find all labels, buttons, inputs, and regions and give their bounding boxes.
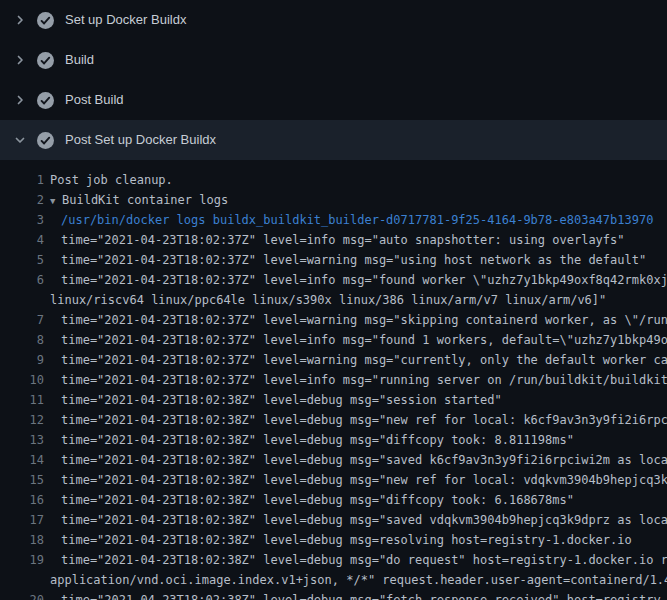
- line-number[interactable]: 5: [0, 250, 44, 270]
- step-label: Set up Docker Buildx: [65, 12, 186, 28]
- line-number[interactable]: 20: [0, 590, 44, 600]
- log-line: 4 time="2021-04-23T18:02:37Z" level=info…: [0, 230, 667, 250]
- line-number[interactable]: 3: [0, 210, 44, 230]
- chevron-down-icon: [12, 132, 28, 148]
- step-row[interactable]: Post Build: [0, 80, 667, 120]
- log-line-text: time="2021-04-23T18:02:38Z" level=debug …: [61, 550, 667, 570]
- log-line-text: time="2021-04-23T18:02:37Z" level=info m…: [61, 270, 667, 290]
- line-number[interactable]: 9: [0, 350, 44, 370]
- line-number[interactable]: 14: [0, 450, 44, 470]
- line-number[interactable]: 19: [0, 550, 44, 570]
- step-label: Post Set up Docker Buildx: [65, 132, 216, 148]
- log-line-text: time="2021-04-23T18:02:38Z" level=debug …: [61, 390, 502, 410]
- chevron-right-icon: [12, 92, 28, 108]
- log-line-text: time="2021-04-23T18:02:38Z" level=debug …: [61, 590, 667, 600]
- line-number[interactable]: 12: [0, 410, 44, 430]
- workflow-log-panel: Set up Docker Buildx Build Post Build: [0, 0, 667, 600]
- log-line: 11 time="2021-04-23T18:02:38Z" level=deb…: [0, 390, 667, 410]
- group-title[interactable]: BuildKit container logs: [62, 193, 228, 207]
- step-row[interactable]: Post Set up Docker Buildx: [0, 120, 667, 160]
- line-number[interactable]: 4: [0, 230, 44, 250]
- steps-list: Set up Docker Buildx Build Post Build: [0, 0, 667, 160]
- line-number[interactable]: 6: [0, 270, 44, 290]
- step-row[interactable]: Build: [0, 40, 667, 80]
- chevron-right-icon: [12, 52, 28, 68]
- line-number[interactable]: [0, 570, 44, 590]
- log-line-text: time="2021-04-23T18:02:38Z" level=debug …: [61, 510, 667, 530]
- log-line-text: time="2021-04-23T18:02:38Z" level=debug …: [61, 430, 574, 450]
- log-line: 5 time="2021-04-23T18:02:37Z" level=warn…: [0, 250, 667, 270]
- log-line-text: time="2021-04-23T18:02:38Z" level=debug …: [61, 470, 667, 490]
- group-collapse-triangle-icon[interactable]: ▼: [50, 191, 62, 210]
- log-line: 18 time="2021-04-23T18:02:38Z" level=deb…: [0, 530, 667, 550]
- log-line: 13 time="2021-04-23T18:02:38Z" level=deb…: [0, 430, 667, 450]
- check-circle-icon: [37, 92, 54, 109]
- step-label: Build: [65, 52, 94, 68]
- log-line-text: time="2021-04-23T18:02:38Z" level=debug …: [61, 450, 667, 470]
- check-circle-icon: [37, 132, 54, 149]
- log-line: 6 time="2021-04-23T18:02:37Z" level=info…: [0, 270, 667, 290]
- log-line-text: time="2021-04-23T18:02:38Z" level=debug …: [61, 490, 574, 510]
- log-line-text: time="2021-04-23T18:02:37Z" level=warnin…: [61, 310, 667, 330]
- log-line: 8 time="2021-04-23T18:02:37Z" level=info…: [0, 330, 667, 350]
- line-number[interactable]: 18: [0, 530, 44, 550]
- line-number[interactable]: 11: [0, 390, 44, 410]
- line-number[interactable]: 10: [0, 370, 44, 390]
- line-number[interactable]: 17: [0, 510, 44, 530]
- line-number[interactable]: 7: [0, 310, 44, 330]
- log-line-text: application/vnd.oci.image.index.v1+json,…: [50, 570, 667, 590]
- line-number[interactable]: 8: [0, 330, 44, 350]
- log-line: 9 time="2021-04-23T18:02:37Z" level=warn…: [0, 350, 667, 370]
- step-row[interactable]: Set up Docker Buildx: [0, 0, 667, 40]
- log-line: 12 time="2021-04-23T18:02:38Z" level=deb…: [0, 410, 667, 430]
- chevron-right-icon: [12, 12, 28, 28]
- log-line-text: linux/riscv64 linux/ppc64le linux/s390x …: [50, 290, 606, 310]
- log-line: 19 time="2021-04-23T18:02:38Z" level=deb…: [0, 550, 667, 570]
- log-line-text[interactable]: ▼BuildKit container logs: [50, 190, 228, 210]
- step-label: Post Build: [65, 92, 124, 108]
- log-line: application/vnd.oci.image.index.v1+json,…: [0, 570, 667, 590]
- log-container: 1 Post job cleanup. 2 ▼BuildKit containe…: [0, 160, 667, 600]
- log-line-text: time="2021-04-23T18:02:37Z" level=warnin…: [61, 350, 667, 370]
- log-line-text: Post job cleanup.: [50, 170, 173, 190]
- log-line-text: time="2021-04-23T18:02:37Z" level=info m…: [61, 370, 667, 390]
- log-line: 16 time="2021-04-23T18:02:38Z" level=deb…: [0, 490, 667, 510]
- check-circle-icon: [37, 52, 54, 69]
- line-number[interactable]: 15: [0, 470, 44, 490]
- log-line: 17 time="2021-04-23T18:02:38Z" level=deb…: [0, 510, 667, 530]
- line-number[interactable]: 16: [0, 490, 44, 510]
- log-line: 2 ▼BuildKit container logs: [0, 190, 667, 210]
- log-line: linux/riscv64 linux/ppc64le linux/s390x …: [0, 290, 667, 310]
- line-number[interactable]: 1: [0, 170, 44, 190]
- log-line-text: time="2021-04-23T18:02:38Z" level=debug …: [61, 410, 667, 430]
- line-number[interactable]: [0, 290, 44, 310]
- log-line: 7 time="2021-04-23T18:02:37Z" level=warn…: [0, 310, 667, 330]
- log-line: 3 /usr/bin/docker logs buildx_buildkit_b…: [0, 210, 667, 230]
- log-line-text: time="2021-04-23T18:02:38Z" level=debug …: [61, 530, 632, 550]
- log-line-text: /usr/bin/docker logs buildx_buildkit_bui…: [61, 210, 653, 230]
- line-number[interactable]: 2: [0, 190, 44, 210]
- log-line-text: time="2021-04-23T18:02:37Z" level=info m…: [61, 330, 667, 350]
- log-line: 1 Post job cleanup.: [0, 170, 667, 190]
- log-line: 20 time="2021-04-23T18:02:38Z" level=deb…: [0, 590, 667, 600]
- log-line: 15 time="2021-04-23T18:02:38Z" level=deb…: [0, 470, 667, 490]
- log-line: 14 time="2021-04-23T18:02:38Z" level=deb…: [0, 450, 667, 470]
- log-line: 10 time="2021-04-23T18:02:37Z" level=inf…: [0, 370, 667, 390]
- log-line-text: time="2021-04-23T18:02:37Z" level=warnin…: [61, 250, 646, 270]
- check-circle-icon: [37, 12, 54, 29]
- line-number[interactable]: 13: [0, 430, 44, 450]
- log-line-text: time="2021-04-23T18:02:37Z" level=info m…: [61, 230, 625, 250]
